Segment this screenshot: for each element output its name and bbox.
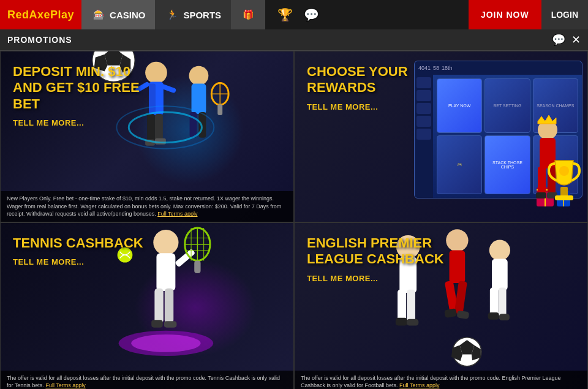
card2-title: CHOOSE YOUR REWARDS — [307, 64, 447, 96]
svg-marker-29 — [538, 115, 556, 124]
gifts-tab[interactable]: 🎁 — [231, 0, 265, 29]
sports-icon: 🏃 — [165, 7, 179, 22]
nav-icons-right: 🏆 💬 — [277, 7, 319, 22]
promo-bar-actions: 💬 ✕ — [552, 33, 581, 47]
navbar: RedAxePlay 🎰 CASINO 🏃 SPORTS 🎁 🏆 💬 JOIN … — [0, 0, 588, 29]
promo-card-epl: ENGLISH PREMIER LEAGUE CASHBACK TELL ME … — [294, 222, 588, 389]
promotions-bar: PROMOTIONS 💬 ✕ — [0, 29, 588, 51]
logo-text: RedAxePlay — [7, 9, 74, 21]
svg-rect-25 — [538, 167, 546, 194]
promo-card-deposit: DEPOSIT MIN. $10 AND GET $10 FREE BET TE… — [0, 51, 294, 222]
card3-title: TENNIS CASHBACK — [13, 235, 160, 251]
card3-tell-more[interactable]: TELL ME MORE... — [13, 257, 281, 266]
login-button[interactable]: LOGIN — [541, 0, 588, 29]
trophy-nav-icon[interactable]: 🏆 — [277, 7, 293, 22]
card1-title: DEPOSIT MIN. $10 AND GET $10 FREE BET — [13, 64, 160, 112]
chat-nav-icon[interactable]: 💬 — [304, 7, 319, 22]
card1-tell-more[interactable]: TELL ME MORE... — [13, 118, 281, 127]
card4-content: ENGLISH PREMIER LEAGUE CASHBACK TELL ME … — [295, 223, 587, 389]
casino-label: CASINO — [110, 10, 145, 20]
svg-point-32 — [559, 166, 569, 176]
gift-icon: 🎁 — [241, 7, 255, 22]
join-now-button[interactable]: JOIN NOW — [469, 0, 541, 29]
svg-rect-31 — [555, 195, 573, 200]
promo-card-rewards: 4041 58 18th PLAY NOW BET SETTING SEASON… — [294, 51, 588, 222]
card1-content: DEPOSIT MIN. $10 AND GET $10 FREE BET TE… — [1, 51, 293, 222]
svg-rect-30 — [560, 187, 568, 197]
card4-title: ENGLISH PREMIER LEAGUE CASHBACK — [307, 235, 447, 268]
promotions-title: PROMOTIONS — [7, 35, 72, 45]
sports-label: SPORTS — [183, 10, 221, 20]
svg-rect-27 — [536, 192, 546, 198]
casino-icon: 🎰 — [91, 7, 106, 22]
promotions-grid: DEPOSIT MIN. $10 AND GET $10 FREE BET TE… — [0, 51, 588, 389]
card2-tell-more[interactable]: TELL ME MORE... — [307, 102, 575, 111]
logo[interactable]: RedAxePlay — [0, 0, 81, 29]
promo-card-tennis: TENNIS CASHBACK TELL ME MORE... The offe… — [0, 222, 294, 389]
close-icon-promo[interactable]: ✕ — [571, 33, 581, 47]
card3-content: TENNIS CASHBACK TELL ME MORE... — [1, 223, 293, 389]
casino-tab[interactable]: 🎰 CASINO — [81, 0, 155, 29]
sports-tab[interactable]: 🏃 SPORTS — [155, 0, 231, 29]
chat-icon-promo[interactable]: 💬 — [552, 33, 565, 47]
trophy-figure — [546, 157, 582, 206]
card4-tell-more[interactable]: TELL ME MORE... — [307, 274, 575, 283]
